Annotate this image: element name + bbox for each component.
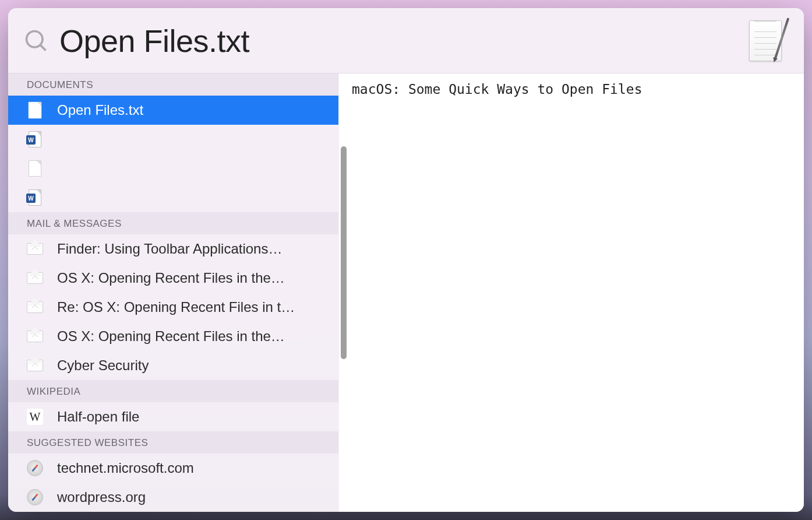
result-row[interactable]	[8, 154, 338, 183]
result-label: wordpress.org	[57, 489, 146, 505]
svg-line-1	[40, 45, 45, 50]
mail-icon	[27, 328, 43, 345]
mail-icon	[27, 357, 43, 374]
wikipedia-icon: W	[27, 409, 43, 425]
preview-text: macOS: Some Quick Ways to Open Files	[352, 82, 642, 97]
result-row[interactable]	[8, 183, 338, 212]
content-split: DOCUMENTSOpen Files.txtMAIL & MESSAGESFi…	[8, 73, 804, 512]
preview-pane: macOS: Some Quick Ways to Open Files	[338, 73, 804, 512]
result-label: OS X: Opening Recent Files in the…	[57, 328, 285, 345]
safari-icon	[27, 489, 43, 505]
result-label: Open Files.txt	[57, 102, 143, 118]
result-row[interactable]: OS X: Opening Recent Files in the…	[8, 263, 338, 293]
section-header: SUGGESTED WEBSITES	[8, 431, 338, 454]
result-row[interactable]: Finder: Using Toolbar Applications…	[8, 234, 338, 263]
text-file-icon	[27, 102, 43, 118]
result-label: Finder: Using Toolbar Applications…	[57, 241, 282, 257]
result-label: OS X: Opening Recent Files in the…	[57, 270, 285, 286]
result-label: technet.microsoft.com	[57, 460, 194, 476]
search-icon	[23, 28, 49, 54]
word-file-icon	[27, 131, 43, 147]
result-row[interactable]: Open Files.txt	[8, 96, 338, 125]
result-row[interactable]: WHalf-open file	[8, 402, 338, 431]
result-row[interactable]: wordpress.org	[8, 483, 338, 512]
textedit-icon	[746, 18, 791, 64]
result-label: Re: OS X: Opening Recent Files in t…	[57, 299, 295, 315]
result-row[interactable]: Cyber Security	[8, 351, 338, 380]
result-row[interactable]: technet.microsoft.com	[8, 454, 338, 483]
result-row[interactable]: OS X: Opening Recent Files in the…	[8, 322, 338, 351]
result-row[interactable]	[8, 125, 338, 154]
result-row[interactable]: Re: OS X: Opening Recent Files in t…	[8, 293, 338, 322]
blank-file-icon	[27, 160, 43, 177]
mail-icon	[27, 270, 43, 286]
search-input[interactable]	[59, 23, 739, 59]
safari-icon	[27, 460, 43, 476]
search-bar	[8, 8, 804, 73]
word-file-icon	[27, 189, 43, 206]
result-label: Half-open file	[57, 409, 139, 425]
results-list[interactable]: DOCUMENTSOpen Files.txtMAIL & MESSAGESFi…	[8, 73, 338, 512]
section-header: WIKIPEDIA	[8, 380, 338, 402]
result-label: Cyber Security	[57, 357, 149, 374]
mail-icon	[27, 241, 43, 257]
svg-point-0	[27, 31, 43, 47]
section-header: DOCUMENTS	[8, 73, 338, 96]
section-header: MAIL & MESSAGES	[8, 212, 338, 234]
spotlight-window: DOCUMENTSOpen Files.txtMAIL & MESSAGESFi…	[8, 8, 804, 512]
scrollbar-thumb[interactable]	[341, 146, 347, 359]
mail-icon	[27, 299, 43, 315]
